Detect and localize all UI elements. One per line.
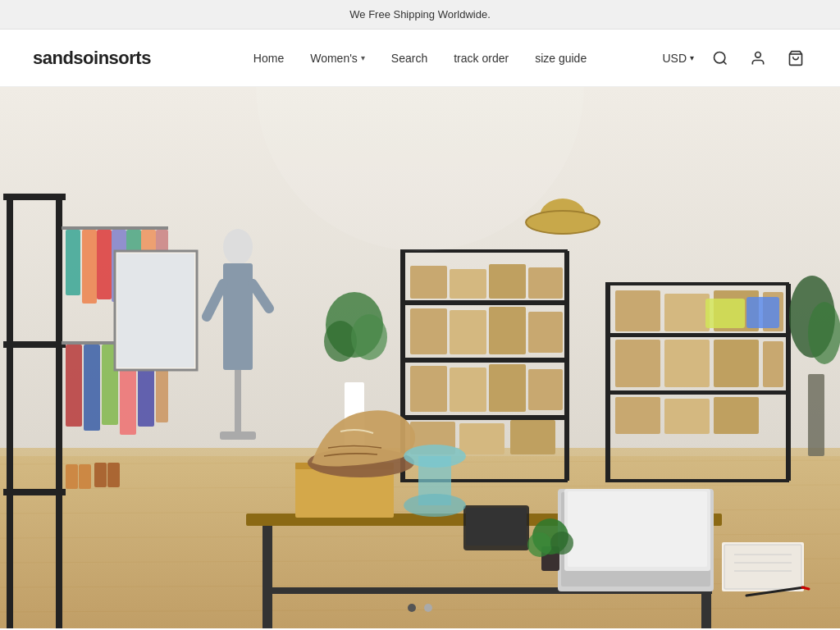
nav-home[interactable]: Home xyxy=(253,52,284,65)
svg-point-105 xyxy=(527,532,552,557)
svg-rect-117 xyxy=(66,464,78,489)
svg-rect-56 xyxy=(410,266,447,299)
svg-rect-19 xyxy=(3,489,66,495)
svg-rect-81 xyxy=(664,340,710,387)
svg-rect-87 xyxy=(808,374,824,456)
svg-rect-73 xyxy=(607,390,788,395)
svg-rect-91 xyxy=(262,526,272,628)
announcement-text: We Free Shipping Worldwide. xyxy=(349,8,491,21)
chevron-down-icon: ▾ xyxy=(361,53,365,62)
svg-point-44 xyxy=(540,199,586,235)
svg-point-106 xyxy=(550,532,573,555)
svg-rect-61 xyxy=(450,310,486,354)
account-button[interactable] xyxy=(746,47,769,70)
svg-rect-66 xyxy=(489,364,526,412)
svg-rect-37 xyxy=(235,370,241,436)
svg-rect-67 xyxy=(528,369,563,410)
account-icon xyxy=(750,50,766,66)
svg-line-1 xyxy=(724,61,727,64)
currency-chevron-icon: ▾ xyxy=(690,53,694,62)
carousel-dot-1[interactable] xyxy=(408,604,416,612)
svg-rect-36 xyxy=(223,263,253,370)
svg-rect-63 xyxy=(528,312,563,353)
svg-rect-85 xyxy=(664,399,710,434)
svg-rect-76 xyxy=(615,290,660,331)
svg-rect-22 xyxy=(82,230,97,304)
svg-rect-30 xyxy=(84,345,100,431)
svg-rect-57 xyxy=(450,269,486,299)
hero-section xyxy=(0,87,840,628)
svg-rect-108 xyxy=(724,545,801,589)
carousel-dot-2[interactable] xyxy=(424,604,432,612)
svg-rect-102 xyxy=(568,491,707,567)
header-actions: USD ▾ xyxy=(662,47,807,70)
svg-line-113 xyxy=(802,587,809,589)
nav-womens[interactable]: Women's ▾ xyxy=(310,52,365,65)
main-nav: Home Women's ▾ Search track order size g… xyxy=(253,52,587,65)
cart-icon xyxy=(788,50,804,66)
nav-size-guide[interactable]: size guide xyxy=(535,52,587,65)
nav-womens-label[interactable]: Women's xyxy=(310,52,358,65)
svg-rect-17 xyxy=(3,194,66,200)
search-icon xyxy=(712,50,728,66)
cart-button[interactable] xyxy=(784,47,807,70)
nav-track-order[interactable]: track order xyxy=(454,52,509,65)
svg-rect-77 xyxy=(664,294,710,331)
svg-rect-64 xyxy=(410,366,447,412)
nav-search[interactable]: Search xyxy=(391,52,427,65)
svg-rect-83 xyxy=(763,341,783,387)
svg-rect-58 xyxy=(489,264,526,299)
svg-point-116 xyxy=(404,494,466,517)
svg-rect-42 xyxy=(117,253,194,368)
svg-rect-38 xyxy=(220,431,256,440)
svg-rect-59 xyxy=(528,267,563,299)
svg-rect-20 xyxy=(62,226,168,230)
svg-rect-55 xyxy=(566,251,569,481)
svg-rect-80 xyxy=(615,340,660,387)
svg-rect-23 xyxy=(97,230,112,299)
svg-rect-119 xyxy=(94,463,107,487)
svg-rect-60 xyxy=(410,308,447,354)
svg-rect-120 xyxy=(107,463,120,487)
svg-rect-29 xyxy=(66,345,82,427)
search-button[interactable] xyxy=(709,47,732,70)
header: sandsoinsorts Home Women's ▾ Search trac… xyxy=(0,30,840,87)
announcement-bar: We Free Shipping Worldwide. xyxy=(0,0,840,30)
currency-label: USD xyxy=(662,52,687,65)
svg-rect-72 xyxy=(607,333,788,337)
carousel-dots xyxy=(408,604,432,612)
svg-rect-62 xyxy=(489,307,526,354)
svg-rect-74 xyxy=(607,284,610,481)
svg-rect-16 xyxy=(56,194,62,628)
svg-rect-51 xyxy=(402,300,566,305)
svg-rect-86 xyxy=(714,397,759,434)
svg-point-35 xyxy=(223,229,253,265)
svg-rect-21 xyxy=(66,230,80,295)
svg-rect-98 xyxy=(466,508,527,546)
svg-rect-121 xyxy=(705,299,745,328)
svg-rect-52 xyxy=(402,358,566,363)
svg-point-2 xyxy=(756,52,761,57)
svg-point-89 xyxy=(808,302,840,364)
svg-rect-118 xyxy=(79,464,91,489)
currency-selector[interactable]: USD ▾ xyxy=(662,52,694,65)
logo[interactable]: sandsoinsorts xyxy=(33,48,151,69)
svg-rect-53 xyxy=(402,415,566,420)
svg-rect-70 xyxy=(510,420,555,454)
svg-point-49 xyxy=(351,314,387,360)
svg-point-0 xyxy=(714,52,725,62)
svg-rect-69 xyxy=(459,423,504,454)
svg-rect-82 xyxy=(714,340,759,387)
svg-rect-65 xyxy=(450,368,486,412)
svg-rect-18 xyxy=(3,341,66,348)
svg-rect-84 xyxy=(615,397,660,434)
svg-rect-122 xyxy=(746,297,779,328)
svg-rect-15 xyxy=(7,194,13,628)
hero-image xyxy=(0,87,840,628)
